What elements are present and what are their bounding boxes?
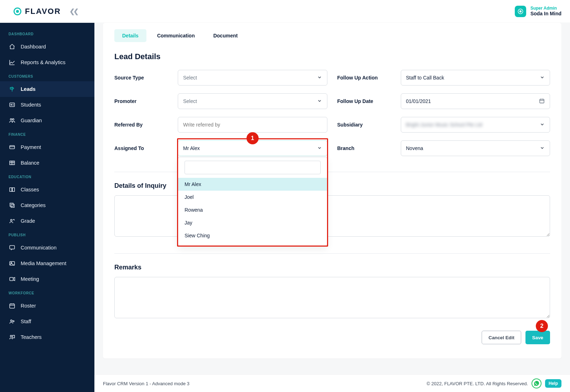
select-assigned-to-value: Mr Alex bbox=[183, 145, 200, 151]
nav-section-title: FINANCE bbox=[0, 128, 94, 139]
svg-rect-30 bbox=[540, 99, 544, 103]
sidebar-item-communication[interactable]: Communication bbox=[0, 240, 94, 256]
label-follow-up-date: Follow Up Date bbox=[337, 98, 391, 104]
svg-point-26 bbox=[11, 320, 12, 322]
sidebar-item-classes[interactable]: Classes bbox=[0, 182, 94, 197]
sidebar-item-dashboard[interactable]: Dashboard bbox=[0, 39, 94, 55]
input-follow-up-date[interactable]: 01/01/2021 bbox=[401, 93, 550, 109]
cancel-edit-button[interactable]: Cancel Edit bbox=[482, 331, 521, 344]
calendar-icon bbox=[539, 98, 545, 105]
assigned-to-option[interactable]: Mr Alex bbox=[178, 178, 327, 191]
label-assigned-to: Assigned To bbox=[114, 145, 168, 151]
sidebar-item-label: Staff bbox=[21, 319, 31, 324]
chevron-down-icon bbox=[540, 75, 545, 81]
select-branch[interactable]: Novena bbox=[401, 140, 550, 156]
label-branch: Branch bbox=[337, 145, 391, 151]
save-button[interactable]: Save bbox=[525, 331, 550, 344]
nav-section-title: EDUCATION bbox=[0, 171, 94, 182]
image-icon bbox=[9, 260, 16, 267]
card-icon bbox=[9, 144, 16, 151]
tab-details[interactable]: Details bbox=[114, 29, 146, 42]
section-title: Lead Details bbox=[114, 52, 550, 61]
sidebar-item-label: Communication bbox=[21, 245, 57, 251]
svg-point-27 bbox=[13, 320, 14, 322]
svg-point-3 bbox=[11, 104, 12, 105]
select-subsidiary[interactable]: Bright Junior Music School Pte Ltd bbox=[401, 117, 550, 133]
sidebar-item-staff[interactable]: Staff bbox=[0, 314, 94, 329]
teacher-icon bbox=[9, 334, 16, 341]
avatar bbox=[515, 6, 526, 17]
label-referred-by: Referred By bbox=[114, 122, 168, 128]
sidebar-item-categories[interactable]: Categories bbox=[0, 197, 94, 213]
sidebar-item-meeting[interactable]: Meeting bbox=[0, 271, 94, 287]
table-icon bbox=[9, 159, 16, 166]
sidebar-item-label: Students bbox=[21, 102, 41, 108]
assigned-to-option[interactable]: Siew Ching bbox=[178, 229, 327, 242]
nav-section-title: PUBLISH bbox=[0, 229, 94, 240]
calendar-icon bbox=[9, 302, 16, 309]
label-source-type: Source Type bbox=[114, 75, 168, 81]
sidebar-item-guardian[interactable]: Guardian bbox=[0, 113, 94, 128]
sidebar-item-payment[interactable]: Payment bbox=[0, 139, 94, 155]
label-follow-up-action: Follow Up Action bbox=[337, 75, 391, 81]
select-follow-up-action-value: Staff to Call Back bbox=[406, 75, 444, 81]
svg-point-28 bbox=[10, 335, 12, 337]
remarks-textarea[interactable] bbox=[114, 277, 550, 318]
sidebar-item-students[interactable]: Students bbox=[0, 97, 94, 113]
video-icon bbox=[9, 275, 16, 283]
lead-card: Details Communication Document Lead Deta… bbox=[103, 23, 561, 359]
annotation-badge-2: 2 bbox=[536, 320, 548, 332]
sidebar-item-media[interactable]: Media Management bbox=[0, 256, 94, 271]
assigned-to-option[interactable]: Joel bbox=[178, 191, 327, 203]
help-button[interactable]: Help bbox=[545, 379, 561, 388]
tab-communication[interactable]: Communication bbox=[149, 29, 203, 42]
user-name: Soda In Mind bbox=[530, 11, 561, 17]
svg-rect-29 bbox=[13, 335, 15, 338]
user-menu[interactable]: Super Admin Soda In Mind bbox=[515, 6, 561, 17]
tab-document[interactable]: Document bbox=[206, 29, 245, 42]
assigned-to-option[interactable]: Gim Chye bbox=[178, 242, 327, 246]
chat-icon bbox=[9, 244, 16, 251]
user-role: Super Admin bbox=[530, 6, 561, 11]
sidebar-item-reports[interactable]: Reports & Analytics bbox=[0, 55, 94, 70]
sidebar-item-balance[interactable]: Balance bbox=[0, 155, 94, 171]
assigned-to-option[interactable]: Jay bbox=[178, 216, 327, 229]
chart-icon bbox=[9, 59, 16, 66]
sidebar-item-label: Payment bbox=[21, 144, 41, 150]
chevron-down-icon bbox=[317, 75, 322, 81]
whatsapp-icon[interactable] bbox=[532, 378, 542, 388]
chevron-down-icon bbox=[317, 98, 322, 104]
sidebar-item-label: Media Management bbox=[21, 261, 66, 266]
svg-point-16 bbox=[11, 220, 12, 221]
svg-rect-14 bbox=[10, 203, 13, 206]
sidebar-item-leads[interactable]: Leads bbox=[0, 81, 94, 97]
assigned-to-search[interactable] bbox=[185, 161, 321, 174]
select-follow-up-action[interactable]: Staff to Call Back bbox=[401, 70, 550, 86]
svg-marker-21 bbox=[13, 278, 15, 281]
people-icon bbox=[9, 117, 16, 124]
sidebar-item-teachers[interactable]: Teachers bbox=[0, 329, 94, 345]
book-icon bbox=[9, 186, 16, 193]
sidebar-item-label: Leads bbox=[21, 86, 36, 92]
sidebar-item-grade[interactable]: Grade bbox=[0, 213, 94, 229]
sidebar-item-roster[interactable]: Roster bbox=[0, 298, 94, 314]
input-referred-by-field[interactable] bbox=[183, 117, 322, 132]
sidebar-item-label: Categories bbox=[21, 202, 46, 208]
select-source-type[interactable]: Select bbox=[178, 70, 327, 86]
assigned-to-option[interactable]: Rowena bbox=[178, 203, 327, 216]
select-branch-value: Novena bbox=[406, 145, 423, 151]
svg-rect-17 bbox=[10, 246, 15, 249]
stack-icon bbox=[9, 202, 16, 209]
label-subsidiary: Subsidiary bbox=[337, 122, 391, 128]
chevron-down-icon bbox=[540, 145, 545, 151]
label-promoter: Promoter bbox=[114, 98, 168, 104]
chevron-down-icon bbox=[317, 145, 322, 151]
brand-logo[interactable]: FLAVOR bbox=[14, 7, 61, 16]
sidebar-collapse-icon[interactable]: ❮❮ bbox=[69, 7, 77, 15]
select-promoter[interactable]: Select bbox=[178, 93, 327, 109]
input-referred-by[interactable] bbox=[178, 117, 327, 133]
sidebar: DASHBOARDDashboardReports & AnalyticsCUS… bbox=[0, 23, 94, 392]
sidebar-item-label: Dashboard bbox=[21, 44, 46, 50]
svg-point-1 bbox=[520, 10, 522, 12]
assigned-to-search-input[interactable] bbox=[188, 161, 317, 174]
